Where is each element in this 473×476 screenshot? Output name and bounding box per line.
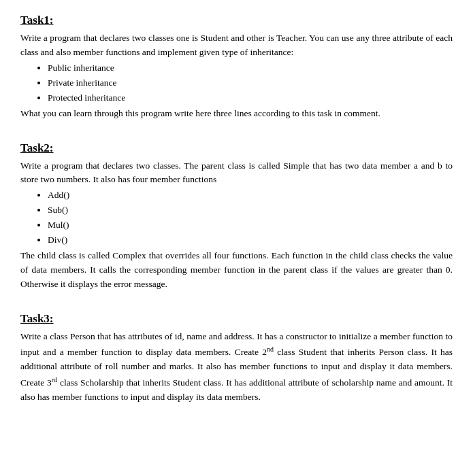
task2-outro: The child class is called Complex that o…: [20, 250, 453, 289]
list-item: Sub(): [48, 203, 453, 218]
task2-intro: Write a program that declares two classe…: [20, 160, 453, 185]
task1-title: Task1:: [20, 14, 453, 27]
task1-intro: Write a program that declares two classe…: [20, 33, 453, 57]
task3-title: Task3:: [20, 312, 453, 326]
list-item: Add(): [48, 188, 453, 203]
page-content: Task1: Write a program that declares two…: [20, 14, 453, 404]
list-item: Protected inheritance: [48, 91, 453, 105]
list-item: Public inheritance: [48, 61, 453, 75]
task1-section: Task1: Write a program that declares two…: [20, 14, 453, 121]
task2-section: Task2: Write a program that declares two…: [20, 141, 453, 292]
list-item: Mul(): [48, 218, 453, 233]
task2-list: Add() Sub() Mul() Div(): [48, 188, 453, 248]
task2-body: Write a program that declares two classe…: [20, 159, 453, 292]
task1-outro: What you can learn through this program …: [20, 108, 380, 118]
list-item: Div(): [48, 233, 453, 248]
task1-body: Write a program that declares two classe…: [20, 31, 453, 121]
task3-section: Task3: Write a class Person that has att…: [20, 312, 453, 405]
task1-list: Public inheritance Private inheritance P…: [48, 61, 453, 105]
list-item: Private inheritance: [48, 76, 453, 90]
task3-text: Write a class Person that has attributes…: [20, 331, 453, 402]
task3-body: Write a class Person that has attributes…: [20, 330, 453, 405]
task2-title: Task2:: [20, 141, 453, 155]
